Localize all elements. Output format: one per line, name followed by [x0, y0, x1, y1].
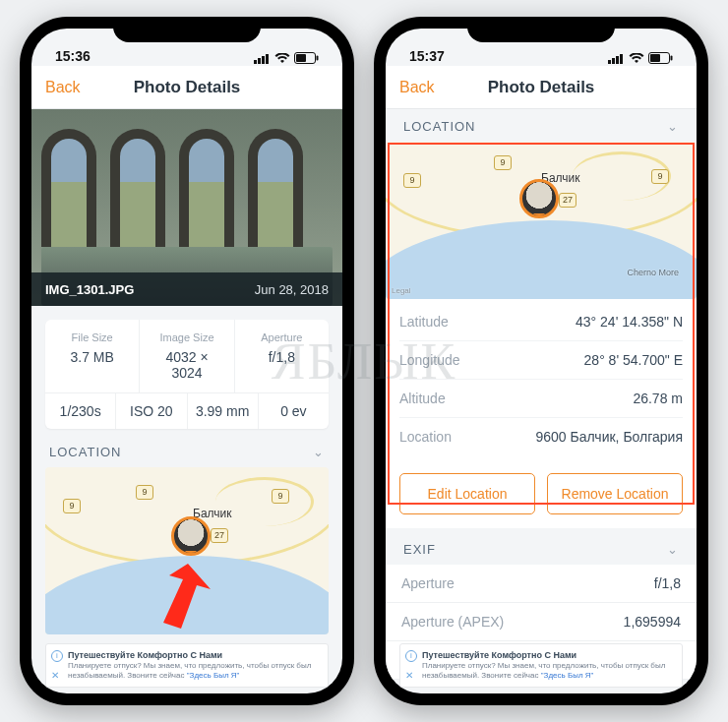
stat-imagesize: Image Size4032 × 3024: [140, 320, 234, 392]
chevron-down-icon: ⌄: [667, 119, 679, 134]
exif-aperture-apex: Aperture (APEX)1,695994: [386, 603, 697, 641]
exif-aperture: Aperturef/1,8: [386, 565, 697, 603]
route-badge: 9: [403, 173, 421, 188]
back-button[interactable]: Back: [399, 79, 435, 96]
ad-title: Путешествуйте Комфортно С Нами: [422, 650, 674, 661]
exif-section-header[interactable]: EXIF ⌄: [386, 528, 697, 565]
stat-focal: 3.99 mm: [188, 393, 259, 429]
map-pin[interactable]: [171, 516, 211, 556]
close-icon[interactable]: ✕: [51, 671, 59, 681]
row-longitude: Longitude28° 8' 54.700" E: [399, 341, 683, 380]
signal-icon: [254, 53, 271, 64]
svg-rect-9: [612, 58, 615, 64]
ad-link[interactable]: "Здесь Был Я": [541, 671, 594, 680]
location-map[interactable]: 9 9 9 27 Балчик Cherno More Legal: [386, 142, 697, 299]
stat-shutter: 1/230s: [45, 393, 116, 429]
svg-rect-14: [671, 56, 673, 61]
edit-location-button[interactable]: Edit Location: [399, 473, 535, 514]
route-badge: 9: [494, 155, 512, 170]
photo-filename: IMG_1301.JPG: [45, 282, 134, 297]
status-time: 15:37: [409, 48, 445, 64]
close-icon[interactable]: ✕: [405, 671, 413, 681]
row-altitude: Altitude26.78 m: [399, 380, 683, 418]
battery-icon: [294, 52, 319, 64]
battery-icon: [648, 52, 673, 64]
exif-header-label: EXIF: [403, 542, 436, 557]
location-header-label: LOCATION: [49, 445, 122, 459]
map-pin[interactable]: [519, 179, 559, 218]
stat-iso: ISO 20: [116, 393, 187, 429]
stat-ev: 0 ev: [259, 393, 329, 429]
route-badge: 9: [63, 499, 81, 513]
ad-link[interactable]: "Здесь Был Я": [187, 671, 240, 680]
photo-date: Jun 28, 2018: [255, 282, 329, 297]
svg-rect-0: [254, 60, 257, 64]
chevron-down-icon: ⌄: [667, 542, 679, 557]
back-button[interactable]: Back: [45, 79, 81, 96]
info-icon[interactable]: i: [51, 650, 63, 662]
map-legal-link[interactable]: Legal: [392, 286, 411, 295]
location-section-header[interactable]: LOCATION ⌄: [31, 429, 342, 467]
page-title: Photo Details: [488, 78, 595, 97]
notch: [467, 17, 615, 42]
stat-filesize: File Size3.7 MB: [45, 320, 140, 392]
wifi-icon: [629, 53, 644, 64]
svg-rect-5: [296, 54, 306, 62]
signal-icon: [608, 53, 625, 64]
ad-title: Путешествуйте Комфортно С Нами: [68, 650, 320, 661]
wifi-icon: [274, 53, 290, 64]
location-map[interactable]: 9 9 9 27 Балчик: [45, 467, 329, 634]
svg-rect-3: [266, 54, 269, 64]
ad-banner[interactable]: i ✕ Путешествуйте Комфортно С Нами Плани…: [45, 643, 329, 688]
location-section-header[interactable]: LOCATION ⌄: [386, 109, 697, 142]
nav-bar: Back Photo Details: [31, 66, 342, 109]
svg-rect-2: [262, 56, 265, 64]
svg-rect-10: [616, 56, 619, 64]
photo-preview[interactable]: IMG_1301.JPG Jun 28, 2018: [31, 109, 342, 306]
page-title: Photo Details: [134, 78, 241, 97]
svg-rect-8: [608, 60, 611, 64]
row-location: Location9600 Балчик, Болгария: [399, 418, 683, 455]
phone-right: 15:37 Back Photo Details LOCATION ⌄ 9 9 …: [374, 17, 708, 705]
pointer-arrow-icon: [134, 556, 222, 634]
map-sea-label: Cherno More: [627, 268, 679, 277]
remove-location-button[interactable]: Remove Location: [547, 473, 683, 514]
svg-rect-13: [650, 54, 660, 62]
ad-banner[interactable]: i ✕ Путешествуйте Комфортно С Нами Плани…: [399, 643, 683, 688]
stats-card: File Size3.7 MB Image Size4032 × 3024 Ap…: [45, 320, 329, 429]
row-latitude: Latitude43° 24' 14.358" N: [399, 303, 683, 341]
chevron-down-icon: ⌄: [313, 445, 325, 459]
location-header-label: LOCATION: [403, 119, 476, 134]
route-badge: 9: [651, 169, 669, 184]
nav-bar: Back Photo Details: [386, 66, 697, 109]
notch: [113, 17, 261, 42]
svg-rect-11: [620, 54, 623, 64]
svg-rect-6: [317, 56, 319, 61]
info-icon[interactable]: i: [405, 650, 417, 662]
route-badge: 9: [136, 485, 153, 500]
phone-left: 15:36 Back Photo Details IMG_1301.JPG Ju…: [20, 17, 354, 705]
route-badge: 9: [272, 489, 289, 504]
stat-aperture: Aperturef/1,8: [235, 320, 329, 392]
svg-marker-7: [163, 564, 211, 629]
route-badge: 27: [559, 193, 576, 208]
route-badge: 27: [211, 528, 228, 543]
location-details: Latitude43° 24' 14.358" N Longitude28° 8…: [386, 299, 697, 467]
svg-rect-1: [258, 58, 261, 64]
status-time: 15:36: [55, 48, 91, 64]
